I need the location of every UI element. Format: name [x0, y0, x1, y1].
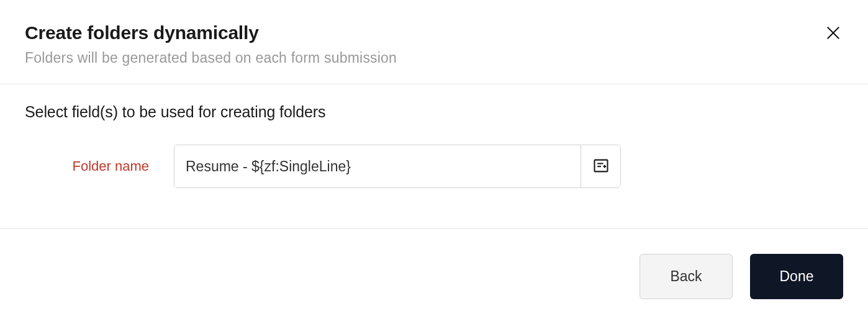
back-button[interactable]: Back — [640, 254, 733, 299]
insert-field-icon — [592, 157, 610, 176]
modal-footer: Back Done — [0, 228, 868, 324]
done-button[interactable]: Done — [750, 254, 843, 299]
folder-name-label: Folder name — [25, 158, 149, 174]
close-icon — [825, 25, 841, 43]
folder-name-input-wrapper — [174, 145, 621, 188]
insert-field-button[interactable] — [581, 145, 620, 187]
modal-title: Create folders dynamically — [25, 22, 843, 43]
modal-body: Select field(s) to be used for creating … — [0, 84, 868, 228]
folder-name-input[interactable] — [174, 145, 581, 187]
close-button[interactable] — [823, 24, 843, 43]
svg-rect-2 — [594, 160, 607, 171]
folder-name-row: Folder name — [25, 145, 843, 188]
modal-subtitle: Folders will be generated based on each … — [25, 50, 843, 66]
create-folders-modal: Create folders dynamically Folders will … — [0, 0, 868, 324]
modal-header: Create folders dynamically Folders will … — [0, 0, 868, 84]
section-title: Select field(s) to be used for creating … — [25, 103, 843, 121]
